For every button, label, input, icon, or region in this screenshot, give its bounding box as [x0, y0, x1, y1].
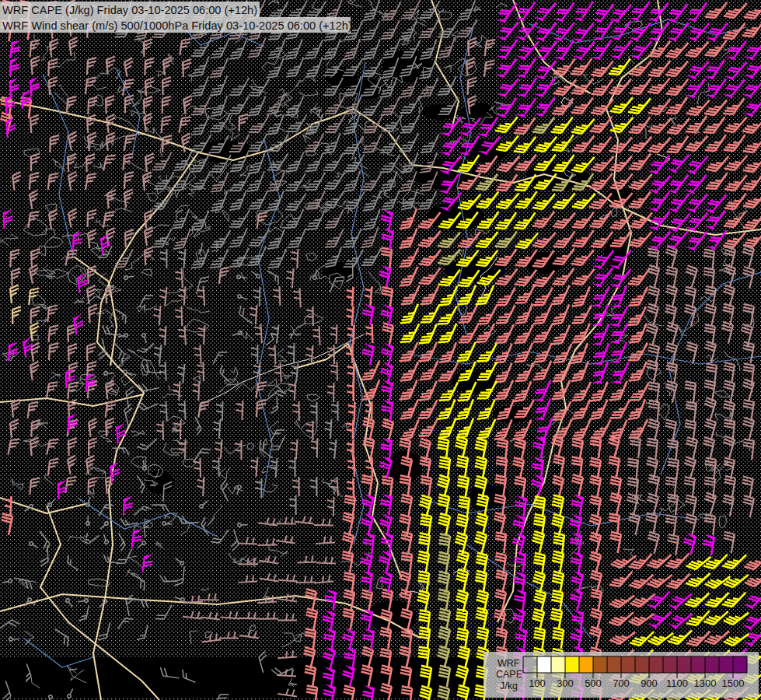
svg-text:CAPE: CAPE — [496, 669, 522, 680]
svg-text:900: 900 — [641, 677, 658, 689]
svg-text:J/kg: J/kg — [500, 681, 518, 691]
svg-text:1500: 1500 — [722, 677, 745, 689]
svg-text:WRF Wind shear (m/s) 500/1000h: WRF Wind shear (m/s) 500/1000hPa Friday … — [2, 19, 352, 32]
svg-text:1300: 1300 — [694, 677, 717, 689]
svg-text:100: 100 — [529, 677, 546, 689]
svg-text:1100: 1100 — [666, 677, 688, 689]
svg-text:WRF: WRF — [497, 658, 520, 669]
svg-text:WRF CAPE (J/kg) Friday 03-10-2: WRF CAPE (J/kg) Friday 03-10-2025 06:00 … — [2, 4, 257, 16]
svg-text:500: 500 — [585, 677, 602, 689]
svg-text:700: 700 — [613, 677, 630, 689]
svg-text:300: 300 — [557, 677, 574, 689]
